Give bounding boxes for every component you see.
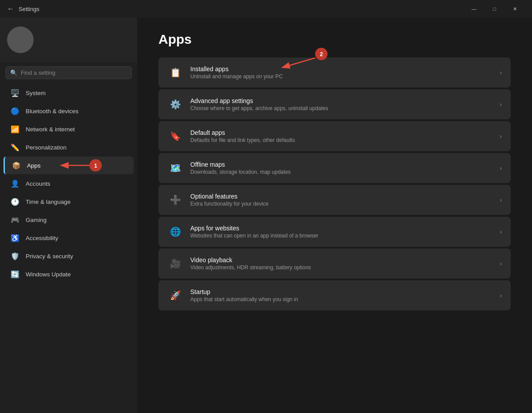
nav-icon-time: 🕐 <box>11 197 19 206</box>
nav-label-accounts: Accounts <box>26 180 50 187</box>
nav-icon-bluetooth: 🔵 <box>11 107 19 115</box>
avatar <box>7 27 34 53</box>
sidebar-item-time[interactable]: 🕐 Time & language <box>4 193 134 210</box>
settings-icon-video-playback: 🎥 <box>167 256 183 272</box>
close-button[interactable]: ✕ <box>505 0 525 18</box>
settings-text-video-playback: Video playback Video adjustments, HDR st… <box>190 256 500 271</box>
chevron-icon-default-apps: › <box>500 133 502 140</box>
settings-title-offline-maps: Offline maps <box>190 161 500 168</box>
settings-desc-default-apps: Defaults for file and link types, other … <box>190 137 500 143</box>
search-box[interactable]: 🔍 <box>5 66 132 79</box>
nav-label-accessibility: Accessibility <box>26 235 58 241</box>
sidebar-item-apps[interactable]: 📦 Apps <box>4 157 134 174</box>
settings-icon-apps-for-websites: 🌐 <box>167 224 183 240</box>
nav-label-update: Windows Update <box>26 271 71 278</box>
nav-icon-apps: 📦 <box>12 161 21 170</box>
settings-desc-offline-maps: Downloads, storage location, map updates <box>190 169 500 175</box>
settings-title-default-apps: Default apps <box>190 129 500 136</box>
maximize-button[interactable]: □ <box>484 0 505 18</box>
settings-desc-installed-apps: Uninstall and manage apps on your PC <box>190 73 500 80</box>
settings-text-optional-features: Optional features Extra functionality fo… <box>190 193 500 207</box>
sidebar-item-network[interactable]: 📶 Network & internet <box>4 120 134 138</box>
nav-label-system: System <box>26 90 46 96</box>
search-input[interactable] <box>21 69 127 76</box>
settings-title-advanced-app-settings: Advanced app settings <box>190 97 500 104</box>
nav-icon-accounts: 👤 <box>11 179 19 188</box>
settings-text-advanced-app-settings: Advanced app settings Choose where to ge… <box>190 97 500 111</box>
main-content: Apps 📋 Installed apps Uninstall and mana… <box>137 18 532 413</box>
app-body: 🔍 🖥️ System 🔵 Bluetooth & devices 📶 Netw… <box>0 18 532 413</box>
chevron-icon-optional-features: › <box>500 196 502 203</box>
chevron-icon-installed-apps: › <box>500 69 502 76</box>
sidebar-item-accounts[interactable]: 👤 Accounts <box>4 175 134 192</box>
sidebar-item-gaming[interactable]: 🎮 Gaming <box>4 211 134 229</box>
sidebar: 🔍 🖥️ System 🔵 Bluetooth & devices 📶 Netw… <box>0 18 137 413</box>
titlebar-title: Settings <box>19 6 39 12</box>
settings-item-video-playback[interactable]: 🎥 Video playback Video adjustments, HDR … <box>158 249 511 279</box>
settings-icon-optional-features: ➕ <box>167 192 183 208</box>
settings-desc-startup: Apps that start automatically when you s… <box>190 296 500 302</box>
settings-title-installed-apps: Installed apps <box>190 65 500 73</box>
settings-title-startup: Startup <box>190 288 500 295</box>
titlebar-controls: — □ ✕ <box>464 0 525 18</box>
settings-desc-apps-for-websites: Websites that can open in an app instead… <box>190 233 500 239</box>
nav-label-privacy: Privacy & security <box>26 253 73 260</box>
settings-icon-startup: 🚀 <box>167 287 183 303</box>
nav-label-personalization: Personalization <box>26 144 66 151</box>
settings-item-default-apps[interactable]: 🔖 Default apps Defaults for file and lin… <box>158 121 511 151</box>
sidebar-item-accessibility[interactable]: ♿ Accessibility <box>4 229 134 247</box>
nav-list: 🖥️ System 🔵 Bluetooth & devices 📶 Networ… <box>0 84 137 283</box>
chevron-icon-advanced-app-settings: › <box>500 101 502 108</box>
settings-text-default-apps: Default apps Defaults for file and link … <box>190 129 500 143</box>
sidebar-item-personalization[interactable]: ✏️ Personalization <box>4 138 134 156</box>
chevron-icon-startup: › <box>500 292 502 299</box>
nav-icon-privacy: 🛡️ <box>11 252 19 260</box>
sidebar-item-update[interactable]: 🔄 Windows Update <box>4 265 134 283</box>
nav-label-gaming: Gaming <box>26 217 46 223</box>
nav-label-time: Time & language <box>26 199 71 205</box>
settings-item-optional-features[interactable]: ➕ Optional features Extra functionality … <box>158 185 511 215</box>
nav-icon-accessibility: ♿ <box>11 233 19 242</box>
back-icon[interactable]: ← <box>7 5 14 13</box>
sidebar-profile <box>0 18 137 62</box>
settings-title-video-playback: Video playback <box>190 256 500 264</box>
nav-icon-gaming: 🎮 <box>11 215 19 224</box>
settings-text-installed-apps: Installed apps Uninstall and manage apps… <box>190 65 500 80</box>
sidebar-item-bluetooth[interactable]: 🔵 Bluetooth & devices <box>4 102 134 120</box>
settings-item-advanced-app-settings[interactable]: ⚙️ Advanced app settings Choose where to… <box>158 89 511 119</box>
settings-text-apps-for-websites: Apps for websites Websites that can open… <box>190 225 500 239</box>
chevron-icon-video-playback: › <box>500 260 502 267</box>
settings-item-installed-apps[interactable]: 📋 Installed apps Uninstall and manage ap… <box>158 57 511 88</box>
settings-title-apps-for-websites: Apps for websites <box>190 225 500 232</box>
nav-label-network: Network & internet <box>26 126 75 133</box>
titlebar: ← Settings — □ ✕ <box>0 0 532 18</box>
search-icon: 🔍 <box>10 69 17 76</box>
titlebar-left: ← Settings <box>7 5 39 13</box>
nav-icon-system: 🖥️ <box>11 88 19 97</box>
chevron-icon-offline-maps: › <box>500 164 502 172</box>
nav-label-apps: Apps <box>27 162 41 169</box>
settings-text-offline-maps: Offline maps Downloads, storage location… <box>190 161 500 175</box>
settings-title-optional-features: Optional features <box>190 193 500 200</box>
settings-text-startup: Startup Apps that start automatically wh… <box>190 288 500 302</box>
nav-icon-update: 🔄 <box>11 270 19 279</box>
settings-item-startup[interactable]: 🚀 Startup Apps that start automatically … <box>158 280 511 310</box>
settings-desc-optional-features: Extra functionality for your device <box>190 201 500 207</box>
page-title: Apps <box>158 32 511 47</box>
settings-item-offline-maps[interactable]: 🗺️ Offline maps Downloads, storage locat… <box>158 153 511 183</box>
settings-icon-offline-maps: 🗺️ <box>167 160 183 176</box>
settings-list: 📋 Installed apps Uninstall and manage ap… <box>158 57 511 310</box>
nav-icon-network: 📶 <box>11 125 19 134</box>
settings-icon-default-apps: 🔖 <box>167 128 183 144</box>
chevron-icon-apps-for-websites: › <box>500 228 502 235</box>
settings-icon-advanced-app-settings: ⚙️ <box>167 96 183 112</box>
sidebar-item-privacy[interactable]: 🛡️ Privacy & security <box>4 247 134 265</box>
settings-icon-installed-apps: 📋 <box>167 65 183 80</box>
settings-desc-video-playback: Video adjustments, HDR streaming, batter… <box>190 264 500 271</box>
sidebar-item-system[interactable]: 🖥️ System <box>4 84 134 102</box>
minimize-button[interactable]: — <box>464 0 484 18</box>
nav-icon-personalization: ✏️ <box>11 143 19 152</box>
nav-label-bluetooth: Bluetooth & devices <box>26 108 78 115</box>
settings-desc-advanced-app-settings: Choose where to get apps, archive apps, … <box>190 105 500 111</box>
settings-item-apps-for-websites[interactable]: 🌐 Apps for websites Websites that can op… <box>158 217 511 247</box>
